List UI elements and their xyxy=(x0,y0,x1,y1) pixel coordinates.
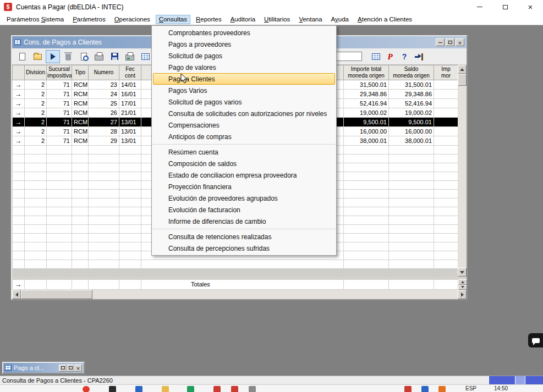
delete-button[interactable] xyxy=(61,50,75,63)
menu-option[interactable]: Composición de saldos xyxy=(152,158,336,169)
menu-option[interactable]: Solicitud de pagos varios xyxy=(152,96,336,108)
grid-header-cell[interactable]: Numero xyxy=(89,65,119,80)
grid-header-cell[interactable]: Imp mor xyxy=(434,65,458,80)
mouse-cursor xyxy=(180,73,188,84)
menubar-item[interactable]: Ayuda xyxy=(328,15,352,24)
child-minimize-button[interactable] xyxy=(436,38,445,46)
grid-header-cell[interactable]: Fec cont xyxy=(119,65,141,80)
vscroll-track[interactable] xyxy=(458,86,467,268)
taskbar-icon[interactable] xyxy=(109,386,116,392)
menubar-item[interactable]: Parámetros xyxy=(69,15,108,24)
grid-header-cell[interactable]: Importe total moneda origen xyxy=(344,65,389,80)
grid-header-cell[interactable]: Sucursal impositiva xyxy=(47,65,72,80)
close-button[interactable] xyxy=(518,0,543,14)
menubar-item[interactable]: Parámetros Sistema xyxy=(3,15,67,24)
grid-config-button[interactable] xyxy=(138,50,152,63)
menu-option[interactable]: Consulta de retenciones realizadas xyxy=(152,231,336,242)
open-button[interactable] xyxy=(30,50,45,63)
chat-widget-button[interactable] xyxy=(528,333,543,347)
table-view-button[interactable] xyxy=(369,50,383,63)
menubar-item[interactable]: Ventana xyxy=(295,15,325,24)
taskbar-icon[interactable] xyxy=(249,386,256,392)
scroll-right-button[interactable] xyxy=(458,290,467,299)
menu-option-label: Consulta de solicitudes con autorizacion… xyxy=(168,110,327,118)
new-document-button[interactable] xyxy=(15,50,29,63)
menu-option[interactable]: Consulta de solicitudes con autorizacion… xyxy=(152,108,336,119)
menubar-item[interactable]: Utilitarios xyxy=(261,15,293,24)
minwin-maximize-button[interactable] xyxy=(67,365,74,372)
exit-button[interactable] xyxy=(412,50,426,63)
taskbar-icon[interactable] xyxy=(421,386,429,392)
cell-sucursal-impositiva: 71 xyxy=(47,127,72,136)
menu-option[interactable]: Evolución de facturacion xyxy=(152,204,336,216)
menubar-item[interactable]: Operaciones xyxy=(111,15,153,24)
minwin-restore-button[interactable] xyxy=(59,365,67,372)
menu-option[interactable]: Consulta de percepciones sufridas xyxy=(152,242,336,254)
hscroll-thumb[interactable] xyxy=(21,290,92,299)
row-marker: → xyxy=(13,108,25,118)
clock[interactable]: 14:50 xyxy=(494,385,508,391)
minimize-button[interactable] xyxy=(467,0,492,14)
scroll-left-button[interactable] xyxy=(12,290,21,299)
language-indicator[interactable]: ESP xyxy=(465,385,476,391)
taskbar-icon[interactable] xyxy=(438,386,446,392)
print-color-button[interactable] xyxy=(123,50,137,63)
spinner-down-button[interactable] xyxy=(458,285,467,290)
menu-option[interactable]: Informe de diferencias de cambio xyxy=(152,216,336,227)
menu-label-part: peraciones xyxy=(119,16,150,23)
grid-header-cell[interactable]: Division xyxy=(25,65,47,80)
menubar-item[interactable]: Consultas xyxy=(156,15,190,24)
grid-header-cell[interactable]: Tipo xyxy=(72,65,89,80)
menu-option[interactable]: Proyección financiera xyxy=(152,181,336,192)
maximize-button[interactable] xyxy=(492,0,518,14)
taskbar-icon[interactable] xyxy=(213,386,221,392)
grid-header-cell[interactable] xyxy=(13,65,25,80)
menu-option[interactable]: Estado de conciliacion empresa proveedor… xyxy=(152,169,336,181)
taskbar-icon[interactable] xyxy=(187,386,194,392)
script-button[interactable] xyxy=(383,50,397,63)
menu-option[interactable]: Pago de valores xyxy=(152,62,336,73)
menubar-item[interactable]: Reportes xyxy=(193,15,225,24)
menu-option[interactable]: Pagos Varios xyxy=(152,85,336,96)
menu-option[interactable]: Evolución de proveedores agrupados xyxy=(152,192,336,204)
help-button[interactable] xyxy=(397,50,412,63)
scroll-up-button[interactable] xyxy=(458,65,467,74)
minwin-close-button[interactable] xyxy=(74,365,82,372)
row-marker: → xyxy=(13,136,25,146)
menu-option-label: Informe de diferencias de cambio xyxy=(168,218,266,225)
child-close-button[interactable] xyxy=(456,38,464,46)
menu-option[interactable]: Solicitud de pagos xyxy=(152,50,336,62)
right-arrow-icon xyxy=(461,292,464,297)
horizontal-scrollbar[interactable] xyxy=(12,290,467,299)
taskbar-icon[interactable] xyxy=(162,386,169,392)
save-button[interactable] xyxy=(107,50,122,63)
taskbar-icon[interactable] xyxy=(404,386,412,392)
print-button[interactable] xyxy=(92,50,106,63)
menu-option[interactable]: Anticipos de compras xyxy=(152,131,336,142)
hscroll-track[interactable] xyxy=(92,290,458,299)
totals-spinner[interactable] xyxy=(458,279,467,290)
menu-option[interactable]: Pagos a proveedores xyxy=(152,38,336,50)
menu-option[interactable]: Resúmen cuenta xyxy=(152,146,336,158)
run-query-button[interactable] xyxy=(46,50,60,63)
menu-label-part: tilitarios xyxy=(268,16,290,23)
minimized-window-pago-a-clientes[interactable]: Pago a cl... xyxy=(2,362,85,374)
taskbar-icon[interactable] xyxy=(135,386,142,392)
grid-header-line2: impositiva xyxy=(47,73,71,79)
vscroll-thumb[interactable] xyxy=(458,74,467,86)
row-marker: → xyxy=(13,99,25,108)
menubar-item[interactable]: Auditoria xyxy=(227,15,259,24)
vertical-scrollbar[interactable] xyxy=(458,65,467,277)
menu-option[interactable]: Comprobantes proveedores xyxy=(152,27,336,38)
taskbar-icon[interactable] xyxy=(231,386,238,392)
taskbar-icon[interactable] xyxy=(83,386,90,392)
spinner-up-button[interactable] xyxy=(458,279,467,285)
menubar-item[interactable]: Atención a Clientes xyxy=(354,15,415,24)
taskbar[interactable]: ESP 14:50 xyxy=(0,384,543,392)
exit-icon xyxy=(415,53,423,60)
child-maximize-button[interactable] xyxy=(446,38,454,46)
preview-button[interactable] xyxy=(76,50,91,63)
menu-option[interactable]: Compensaciones xyxy=(152,119,336,131)
scroll-down-button[interactable] xyxy=(458,268,467,277)
grid-header-cell[interactable]: Saldo moneda origen xyxy=(389,65,434,80)
